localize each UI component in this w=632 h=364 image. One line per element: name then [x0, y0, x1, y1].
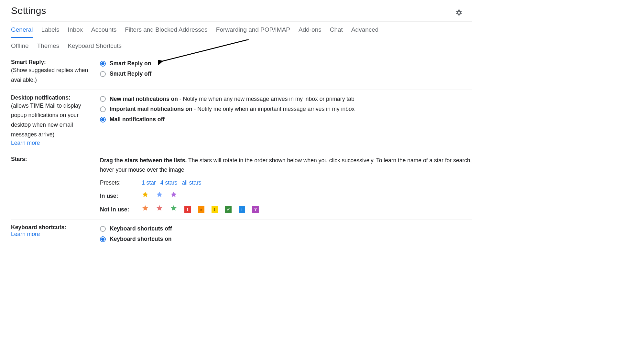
tabs-row-1: General Labels Inbox Accounts Filters an…: [11, 22, 472, 38]
radio-new-mail-notif-on[interactable]: [100, 96, 106, 102]
tab-forwarding[interactable]: Forwarding and POP/IMAP: [216, 26, 290, 38]
tab-offline[interactable]: Offline: [11, 42, 29, 49]
orange-star-icon[interactable]: [142, 205, 149, 215]
radio-smart-reply-on[interactable]: [100, 61, 106, 67]
stars-notinuse-label: Not in use:: [100, 205, 137, 215]
tab-advanced[interactable]: Advanced: [351, 26, 379, 38]
yellow-bang-icon[interactable]: !: [212, 206, 218, 213]
desktop-notif-title: Desktop notifications:: [11, 94, 71, 101]
radio-mail-notif-off[interactable]: [100, 117, 106, 123]
blue-star-icon[interactable]: [156, 191, 163, 201]
tab-chat[interactable]: Chat: [330, 26, 343, 38]
label-important-mail-notif-on-desc: - Notify me only when an important messa…: [192, 106, 355, 112]
stars-inuse-list: [142, 191, 177, 201]
preset-1-star[interactable]: 1 star: [142, 178, 156, 188]
desktop-notif-desc: (allows TIME Mail to display popup notif…: [11, 102, 81, 138]
stars-presets-label: Presets:: [100, 178, 137, 188]
page-title: Settings: [11, 4, 46, 21]
stars-notinuse-list: !»!✓i?: [142, 205, 259, 215]
label-new-mail-notif-on: New mail notifications on: [110, 96, 178, 102]
purple-question-icon[interactable]: ?: [252, 206, 259, 213]
section-smart-reply: Smart Reply: (Show suggested replies whe…: [11, 54, 472, 90]
orange-guillemet-icon[interactable]: »: [198, 206, 204, 213]
label-new-mail-notif-on-desc: - Notify me when any new message arrives…: [178, 96, 354, 102]
preset-4-stars[interactable]: 4 stars: [160, 178, 178, 188]
radio-keyboard-shortcuts-on[interactable]: [100, 236, 106, 242]
radio-important-mail-notif-on[interactable]: [100, 106, 106, 112]
stars-intro-bold: Drag the stars between the lists.: [100, 157, 187, 164]
label-smart-reply-off: Smart Reply off: [110, 69, 151, 79]
gear-icon[interactable]: [455, 9, 463, 16]
tabs-row-2: Offline Themes Keyboard Shortcuts: [11, 38, 472, 54]
keyboard-shortcuts-title: Keyboard shortcuts:: [11, 224, 66, 230]
tab-keyboard-shortcuts[interactable]: Keyboard Shortcuts: [68, 42, 122, 49]
tab-general[interactable]: General: [11, 26, 33, 38]
smart-reply-desc: (Show suggested replies when available.): [11, 67, 88, 83]
yellow-star-icon[interactable]: [142, 191, 149, 201]
preset-all-stars[interactable]: all stars: [182, 178, 201, 188]
green-check-icon[interactable]: ✓: [225, 206, 232, 213]
tab-addons[interactable]: Add-ons: [299, 26, 321, 38]
tab-labels[interactable]: Labels: [41, 26, 60, 38]
purple-star-icon[interactable]: [170, 191, 177, 201]
red-star-icon[interactable]: [156, 205, 163, 215]
label-keyboard-shortcuts-on: Keyboard shortcuts on: [110, 234, 172, 244]
keyboard-shortcuts-learn-more-link[interactable]: Learn more: [11, 231, 40, 237]
section-stars: Stars: Drag the stars between the lists.…: [11, 151, 472, 220]
tab-inbox[interactable]: Inbox: [68, 26, 83, 38]
section-keyboard-shortcuts: Keyboard shortcuts: Learn more Keyboard …: [11, 219, 472, 249]
radio-keyboard-shortcuts-off[interactable]: [100, 226, 106, 232]
radio-smart-reply-off[interactable]: [100, 71, 106, 77]
stars-inuse-label: In use:: [100, 191, 137, 201]
label-mail-notif-off: Mail notifications off: [110, 115, 165, 124]
tab-filters[interactable]: Filters and Blocked Addresses: [125, 26, 208, 38]
label-keyboard-shortcuts-off: Keyboard shortcuts off: [110, 224, 172, 234]
stars-title: Stars:: [11, 156, 27, 162]
tab-themes[interactable]: Themes: [37, 42, 60, 49]
desktop-notif-learn-more-link[interactable]: Learn more: [11, 140, 40, 146]
tab-accounts[interactable]: Accounts: [91, 26, 116, 38]
label-important-mail-notif-on: Important mail notifications on: [110, 106, 192, 112]
green-star-icon[interactable]: [170, 205, 177, 215]
label-smart-reply-on: Smart Reply on: [110, 59, 151, 69]
section-desktop-notifications: Desktop notifications: (allows TIME Mail…: [11, 90, 472, 151]
red-bang-icon[interactable]: !: [184, 206, 191, 213]
smart-reply-title: Smart Reply:: [11, 59, 46, 65]
blue-info-icon[interactable]: i: [239, 206, 245, 213]
